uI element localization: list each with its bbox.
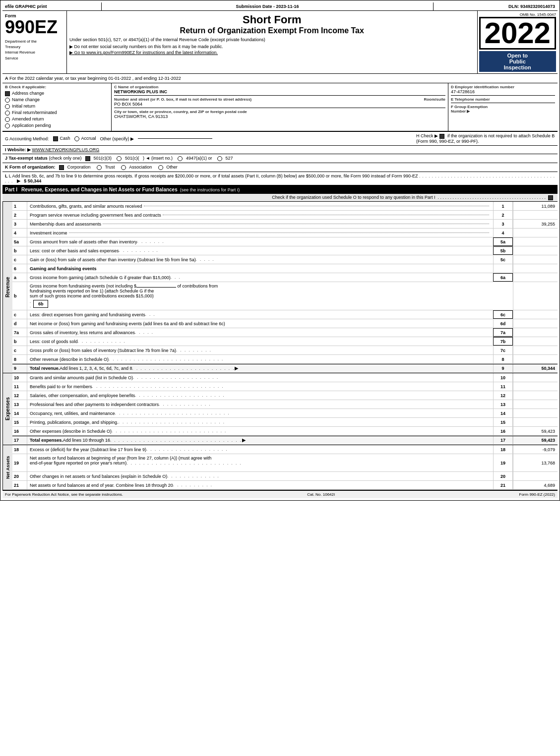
application-pending-item: Application pending — [5, 123, 109, 128]
city-value: CHATSWORTH, CA 91313 — [114, 114, 445, 119]
final-return-item: Final return/terminated — [5, 110, 109, 116]
table-row: 18 Excess or (deficit) for the year (Sub… — [12, 445, 558, 454]
table-row: 15 Printing, publications, postage, and … — [12, 418, 558, 427]
name-change-item: Name change — [5, 97, 109, 103]
table-row: 14 Occupancy, rent, utilities, and maint… — [12, 409, 558, 418]
fields-right: D Employer identification number 47-4728… — [448, 83, 558, 131]
table-row: b Gross income from fundraising events (… — [12, 282, 558, 310]
table-row: c Gross profit or (loss) from sales of i… — [12, 346, 558, 355]
dln-label: DLN: 93492320014073 — [434, 2, 558, 10]
part1-check-row: Check if the organization used Schedule … — [2, 194, 558, 202]
revenue-rows: 1 Contributions, gifts, grants, and simi… — [12, 202, 558, 373]
table-row: 21 Net assets or fund balances at end of… — [12, 481, 558, 490]
phone-field: E Telephone number — [451, 97, 555, 103]
amended-return-checkbox[interactable] — [5, 117, 10, 122]
form-page: efile GRAPHIC print Submission Date - 20… — [0, 0, 560, 501]
table-row: 2 Program service revenue including gove… — [12, 211, 558, 220]
ein-field: D Employer identification number 47-4728… — [451, 85, 555, 96]
expenses-rows: 10 Grants and similar amounts paid (list… — [12, 373, 558, 445]
name-change-label: Name change — [12, 97, 40, 102]
k-other-checkbox[interactable] — [158, 165, 163, 170]
name-change-checkbox[interactable] — [5, 98, 10, 103]
table-row: b Less: cost or other basis and sales ex… — [12, 246, 558, 255]
g-other-value[interactable] — [138, 138, 212, 139]
address-change-checkbox[interactable] — [5, 91, 10, 96]
efile-label: efile GRAPHIC print — [2, 2, 102, 10]
table-row: 16 Other expenses (describe in Schedule … — [12, 427, 558, 436]
section-i-row: I Website: ▶ WWW.NETWORKINGPLUS.ORG — [2, 146, 558, 154]
section-a: A For the 2022 calendar year, or tax yea… — [2, 74, 558, 83]
section-h: H Check ▶ if the organization is not req… — [416, 133, 555, 144]
table-row: 10 Grants and similar amounts paid (list… — [12, 373, 558, 382]
website-url: WWW.NETWORKINGPLUS.ORG — [32, 147, 99, 152]
amended-return-item: Amended return — [5, 116, 109, 122]
org-name-field: C Name of organization NETWORKING PLUS I… — [114, 85, 445, 96]
expenses-side-label: Expenses — [2, 373, 12, 445]
amended-return-label: Amended return — [12, 116, 44, 121]
submission-label: Submission Date - 2023-11-16 — [102, 2, 434, 10]
form-left: Form 990EZ Department of the Treasury In… — [2, 11, 67, 73]
netassets-rows: 18 Excess or (deficit) for the year (Sub… — [12, 445, 558, 490]
k-trust-checkbox[interactable] — [97, 165, 102, 170]
short-form-title: Short Form — [69, 13, 475, 26]
final-return-checkbox[interactable] — [5, 111, 10, 116]
table-row: 1 Contributions, gifts, grants, and simi… — [12, 202, 558, 211]
open-to-public: Open to Public Inspection — [479, 51, 556, 72]
group-exemption-field: F Group Exemption Number ▶ — [451, 105, 555, 114]
table-row: 17 Total expenses. Add lines 10 through … — [12, 436, 558, 445]
part1-schedule-o-checkbox[interactable] — [548, 195, 553, 200]
city-field: City or town, state or province, country… — [114, 110, 445, 119]
table-row: 5a Gross amount from sale of assets othe… — [12, 237, 558, 246]
k-corp-checkbox[interactable] — [59, 165, 64, 170]
part1-header: Part I Revenue, Expenses, and Changes in… — [2, 185, 558, 194]
j-501c-checkbox[interactable] — [117, 156, 122, 161]
form-number: 990EZ — [5, 18, 64, 36]
table-row: 8 Other revenue (describe in Schedule O)… — [12, 355, 558, 364]
cat-no: Cat. No. 10642I — [307, 492, 335, 497]
g-cash-checkbox[interactable] — [53, 136, 58, 141]
table-row: 6 Gaming and fundraising events — [12, 264, 558, 273]
g-accrual-checkbox[interactable] — [74, 136, 79, 141]
table-row: b Less: cost of goods sold . . . . . . .… — [12, 337, 558, 346]
header-top: efile GRAPHIC print Submission Date - 20… — [2, 2, 558, 11]
table-row: 3 Membership dues and assessments 3 39,2… — [12, 220, 558, 229]
fields-area: B Check if applicable: Address change Na… — [2, 83, 558, 132]
j-4947-checkbox[interactable] — [178, 156, 183, 161]
year-box: 2022 — [479, 17, 556, 50]
section-g: G Accounting Method: Cash Accrual Other … — [5, 133, 212, 144]
address-change-label: Address change — [12, 91, 44, 96]
form-ref: Form 990-EZ (2022) — [519, 492, 555, 497]
netassets-side-label: Net Assets — [2, 445, 12, 490]
form-right: OMB No. 1545-0047 2022 Open to Public In… — [478, 11, 558, 73]
table-row: d Net income or (loss) from gaming and f… — [12, 319, 558, 328]
netassets-section: Net Assets 18 Excess or (deficit) for th… — [2, 445, 558, 490]
section-j-row: J Tax-exempt status (check only one) 501… — [2, 154, 558, 163]
table-row: 11 Benefits paid to or for members . . .… — [12, 382, 558, 391]
g-other-label: Other (specify) ▶ — [100, 136, 134, 141]
section-l-row: L L Add lines 5b, 6c, and 7b to line 9 t… — [2, 172, 558, 185]
final-return-label: Final return/terminated — [12, 110, 57, 115]
street-field: Number and street (or P. O. box, if mail… — [114, 97, 445, 108]
initial-return-label: Initial return — [12, 104, 35, 109]
j-501c3-checkbox[interactable] — [85, 156, 90, 161]
h-checkbox[interactable] — [439, 134, 444, 139]
g-label: G Accounting Method: — [5, 136, 49, 141]
k-assoc-checkbox[interactable] — [121, 165, 126, 170]
section-gh-row: G Accounting Method: Cash Accrual Other … — [2, 132, 558, 146]
revenue-section: Revenue 1 Contributions, gifts, grants, … — [2, 202, 558, 373]
table-row: 9 Total revenue. Add lines 1, 2, 3, 4, 5… — [12, 364, 558, 373]
initial-return-checkbox[interactable] — [5, 104, 10, 109]
application-pending-checkbox[interactable] — [5, 123, 10, 128]
table-row: a Gross income from gaming (attach Sched… — [12, 273, 558, 282]
initial-return-item: Initial return — [5, 104, 109, 109]
table-row: c Gain or (loss) from sale of assets oth… — [12, 255, 558, 264]
table-row: 7a Gross sales of inventory, less return… — [12, 328, 558, 337]
application-pending-label: Application pending — [12, 123, 51, 128]
table-row: 12 Salaries, other compensation, and emp… — [12, 391, 558, 400]
table-row: c Less: direct expenses from gaming and … — [12, 310, 558, 319]
fields-center: C Name of organization NETWORKING PLUS I… — [112, 83, 448, 131]
paperwork-text: For Paperwork Reduction Act Notice, see … — [5, 492, 123, 497]
table-row: 4 Investment income 4 — [12, 229, 558, 237]
j-527-checkbox[interactable] — [217, 156, 222, 161]
section-b-label: B Check if applicable: — [5, 85, 109, 89]
